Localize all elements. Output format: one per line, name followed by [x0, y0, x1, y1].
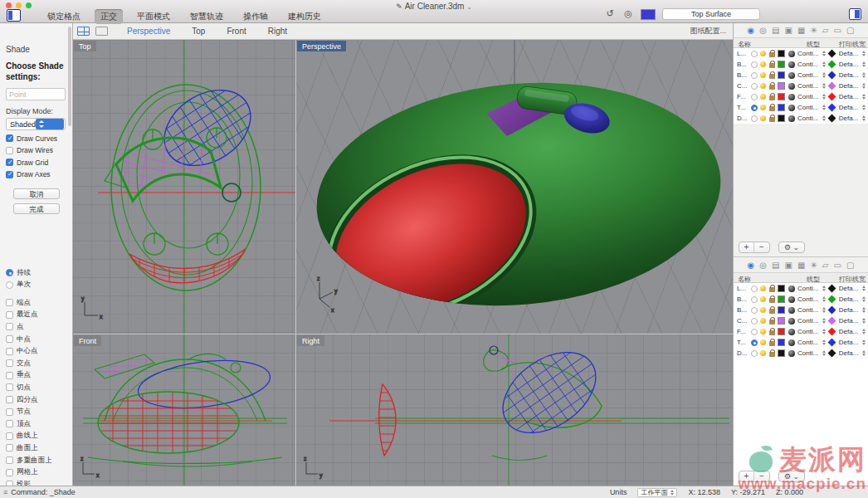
layer-color-swatch[interactable]: [778, 50, 785, 57]
print-color-diamond-icon[interactable]: [828, 104, 836, 112]
panel-tab-icon[interactable]: ◎: [759, 259, 767, 271]
layer-visibility-bulb-icon[interactable]: [760, 94, 766, 100]
checkbox[interactable]: [6, 383, 13, 391]
layer-gear-menu-button[interactable]: ⚙ ⌄: [778, 242, 805, 253]
linetype-stepper-icon[interactable]: [822, 94, 826, 100]
current-layer-radio[interactable]: [751, 83, 758, 90]
width-stepper-icon[interactable]: [862, 105, 866, 110]
layer-visibility-bulb-icon[interactable]: [760, 51, 766, 56]
width-stepper-icon[interactable]: [862, 83, 866, 89]
width-stepper-icon[interactable]: [862, 296, 866, 302]
print-color-diamond-icon[interactable]: [828, 71, 836, 80]
layer-row[interactable]: T... Conti... Defa...: [734, 102, 868, 113]
layer-row[interactable]: D... Conti... Defa...: [734, 348, 868, 359]
single-viewport-layout-icon[interactable]: [95, 27, 108, 36]
panel-tab-icon[interactable]: ◎: [759, 24, 767, 37]
checkbox[interactable]: [6, 372, 13, 379]
print-color-diamond-icon[interactable]: [828, 93, 836, 101]
width-stepper-icon[interactable]: [862, 94, 866, 100]
layer-print-width[interactable]: Defa...: [839, 104, 859, 111]
panel-tab-icon[interactable]: ▢: [846, 259, 854, 271]
viewport-right[interactable]: z y Right: [296, 334, 733, 486]
checkbox[interactable]: [6, 159, 13, 166]
layer-material-icon[interactable]: [788, 339, 795, 346]
layer-material-icon[interactable]: [788, 296, 795, 303]
layer-color-swatch[interactable]: [778, 104, 785, 111]
panel-tab-icon[interactable]: ▣: [785, 24, 792, 37]
layer-lock-icon[interactable]: [769, 63, 775, 68]
remove-layer-button[interactable]: −: [754, 242, 769, 252]
layer-visibility-bulb-icon[interactable]: [760, 350, 766, 356]
layer-material-icon[interactable]: [788, 318, 795, 325]
layer-linetype[interactable]: Conti...: [797, 349, 818, 357]
current-layer-radio[interactable]: [751, 72, 758, 79]
panel-tab-icon[interactable]: ▱: [822, 259, 829, 271]
layer-lock-icon[interactable]: [769, 117, 775, 122]
layer-print-width[interactable]: Defa...: [839, 295, 859, 303]
layer-visibility-bulb-icon[interactable]: [760, 329, 766, 334]
width-stepper-icon[interactable]: [862, 329, 866, 334]
layer-material-icon[interactable]: [788, 115, 795, 122]
shade-point-input[interactable]: [6, 88, 66, 100]
layer-visibility-bulb-icon[interactable]: [760, 307, 766, 313]
layer-visibility-bulb-icon[interactable]: [760, 105, 766, 110]
checkbox[interactable]: [6, 456, 13, 464]
layer-material-icon[interactable]: [788, 51, 795, 57]
width-stepper-icon[interactable]: [862, 51, 866, 56]
viewport-right-badge[interactable]: Right: [297, 335, 324, 346]
viewport-tab[interactable]: Perspective: [116, 27, 181, 36]
layer-material-icon[interactable]: [788, 307, 795, 314]
display-mode-select[interactable]: Shaded: [6, 118, 66, 130]
panel-tab-icon[interactable]: ◉: [748, 24, 755, 37]
layer-lock-icon[interactable]: [769, 95, 775, 100]
layer-color-swatch[interactable]: [778, 115, 785, 122]
layer-color-swatch[interactable]: [778, 61, 785, 68]
layer-print-width[interactable]: Defa...: [839, 93, 859, 100]
current-layer-radio[interactable]: [751, 51, 758, 57]
mode-toggle-button[interactable]: 锁定格点: [41, 9, 86, 24]
layer-row[interactable]: L... Conti... Defa...: [734, 283, 868, 294]
layer-visibility-bulb-icon[interactable]: [760, 83, 766, 89]
layer-visibility-bulb-icon[interactable]: [760, 318, 766, 324]
layer-visibility-bulb-icon[interactable]: [760, 61, 766, 67]
layer-material-icon[interactable]: [788, 105, 795, 111]
linetype-stepper-icon[interactable]: [822, 286, 826, 291]
print-color-diamond-icon[interactable]: [828, 349, 836, 358]
viewport-tab[interactable]: Right: [257, 27, 298, 36]
layer-material-icon[interactable]: [788, 329, 795, 335]
linetype-stepper-icon[interactable]: [822, 350, 826, 356]
print-color-diamond-icon[interactable]: [828, 61, 836, 69]
checkbox[interactable]: [6, 323, 13, 330]
layer-material-icon[interactable]: [788, 94, 795, 100]
sidebar-toggle-right-icon[interactable]: [849, 8, 861, 20]
current-layer-radio[interactable]: [751, 296, 758, 303]
width-stepper-icon[interactable]: [862, 339, 866, 345]
layer-row[interactable]: C... Conti... Defa...: [734, 81, 868, 91]
current-layer-radio[interactable]: [751, 350, 758, 357]
checkbox[interactable]: [6, 396, 13, 403]
viewport-front[interactable]: z x Front: [73, 334, 295, 486]
layer-lock-icon[interactable]: [769, 309, 775, 314]
viewport-perspective-badge[interactable]: Perspective: [297, 41, 346, 51]
command-menu-icon[interactable]: ≡: [3, 488, 7, 496]
add-layer-button[interactable]: +: [739, 242, 754, 252]
panel-tab-icon[interactable]: ◉: [748, 259, 755, 271]
remove-layer-button[interactable]: −: [754, 471, 769, 481]
width-stepper-icon[interactable]: [862, 318, 866, 324]
layer-color-swatch[interactable]: [778, 306, 785, 314]
layer-linetype[interactable]: Conti...: [797, 71, 818, 79]
viewport-top-badge[interactable]: Top: [74, 41, 96, 51]
layer-linetype[interactable]: Conti...: [797, 82, 818, 90]
linetype-stepper-icon[interactable]: [822, 72, 826, 78]
layer-color-swatch[interactable]: [778, 285, 785, 292]
mode-toggle-button[interactable]: 正交: [95, 9, 123, 24]
linetype-stepper-icon[interactable]: [822, 115, 826, 121]
layer-linetype[interactable]: Conti...: [797, 339, 818, 346]
checkbox[interactable]: [6, 299, 13, 306]
panel-tab-icon[interactable]: ▭: [834, 259, 841, 271]
current-layer-radio[interactable]: [751, 329, 758, 335]
layer-visibility-bulb-icon[interactable]: [760, 339, 766, 345]
current-layer-radio[interactable]: [751, 339, 758, 346]
print-color-diamond-icon[interactable]: [828, 339, 836, 347]
panel-tab-icon[interactable]: ▦: [797, 24, 805, 37]
